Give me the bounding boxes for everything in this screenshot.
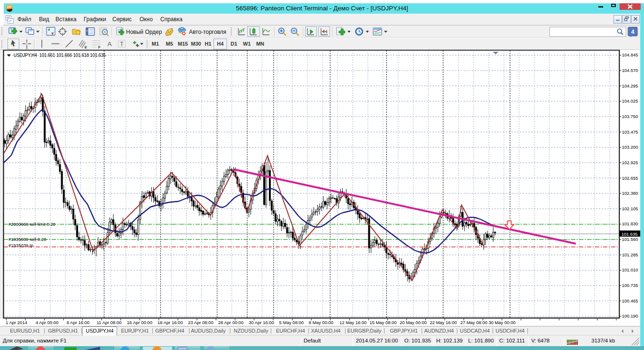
- svg-text:104.295: 104.295: [622, 83, 638, 88]
- svg-text:M15: M15: [178, 41, 188, 47]
- svg-text:H4: H4: [217, 41, 224, 47]
- svg-text:101.635: 101.635: [621, 231, 637, 237]
- svg-text:22 May 16:00: 22 May 16:00: [430, 320, 457, 325]
- svg-text:30 May 00:00: 30 May 00:00: [488, 320, 516, 325]
- svg-text:F: F: [98, 45, 101, 49]
- svg-text:103.200: 103.200: [622, 144, 638, 150]
- svg-text:M30: M30: [191, 41, 201, 47]
- svg-text:8 May 00:00: 8 May 00:00: [309, 320, 333, 325]
- svg-text:102.925: 102.925: [622, 160, 638, 165]
- svg-text:W1: W1: [243, 41, 251, 47]
- svg-text:#2000666 sell limit 0.20: #2000666 sell limit 0.20: [8, 222, 55, 227]
- svg-text:8 Apr 16:00: 8 Apr 16:00: [67, 320, 90, 325]
- svg-text:M1: M1: [152, 41, 159, 47]
- svg-text:104.845: 104.845: [622, 52, 638, 57]
- svg-text:M5: M5: [166, 41, 173, 47]
- svg-text:104.570: 104.570: [622, 68, 638, 73]
- svg-text:4 Apr 00:00: 4 Apr 00:00: [36, 320, 59, 325]
- svg-text:18 Apr 16:00: 18 Apr 16:00: [157, 320, 183, 325]
- svg-text:A: A: [107, 40, 111, 48]
- svg-text:102.380: 102.380: [622, 191, 638, 196]
- svg-text:101.830: 101.830: [622, 221, 638, 226]
- svg-text:15 May 08:00: 15 May 08:00: [369, 320, 397, 325]
- svg-text:D1: D1: [230, 41, 237, 47]
- svg-text:100.465: 100.465: [622, 298, 638, 303]
- svg-text:16 Apr 00:00: 16 Apr 00:00: [127, 320, 152, 325]
- svg-text:100.190: 100.190: [622, 313, 638, 318]
- svg-text:102.655: 102.655: [622, 175, 638, 181]
- svg-text:1 Apr 2014: 1 Apr 2014: [6, 320, 27, 325]
- svg-text:101.285: 101.285: [622, 252, 638, 257]
- svg-text:23 Apr 08:00: 23 Apr 08:00: [188, 320, 213, 325]
- svg-text:4: 4: [631, 29, 635, 35]
- svg-text:Авто-торговля: Авто-торговля: [189, 29, 226, 35]
- svg-text:H1: H1: [204, 41, 211, 47]
- svg-text:30 Apr 16:00: 30 Apr 16:00: [249, 320, 274, 325]
- svg-text:12 May 16:00: 12 May 16:00: [339, 320, 367, 325]
- svg-text:11 Apr 08:00: 11 Apr 08:00: [96, 320, 121, 325]
- svg-text:103.750: 103.750: [622, 114, 638, 119]
- svg-text:100.735: 100.735: [622, 283, 638, 288]
- svg-text:Новый Ордер: Новый Ордер: [126, 29, 162, 35]
- svg-text:#1935039 tp: #1935039 tp: [8, 243, 33, 248]
- svg-text:102.105: 102.105: [622, 206, 638, 211]
- svg-text:E: E: [85, 45, 87, 49]
- svg-text:101.560: 101.560: [622, 237, 638, 242]
- svg-text:20 May 00:00: 20 May 00:00: [400, 320, 427, 325]
- svg-text:T: T: [120, 41, 124, 48]
- svg-text:101.010: 101.010: [622, 267, 638, 272]
- svg-text:27 May 08:00: 27 May 08:00: [460, 320, 487, 325]
- svg-text:#1935039 sell 0.20: #1935039 sell 0.20: [8, 237, 46, 242]
- svg-text:USDJPY,H4 101.661 101.666 101: USDJPY,H4 101.661 101.666 101.618 101.63…: [14, 53, 106, 58]
- svg-text:5 May 08:00: 5 May 08:00: [279, 320, 304, 325]
- svg-text:103.475: 103.475: [622, 129, 638, 135]
- svg-text:28 Apr 00:00: 28 Apr 00:00: [218, 320, 243, 325]
- svg-text:104.025: 104.025: [622, 98, 638, 103]
- svg-text:MN: MN: [256, 41, 264, 47]
